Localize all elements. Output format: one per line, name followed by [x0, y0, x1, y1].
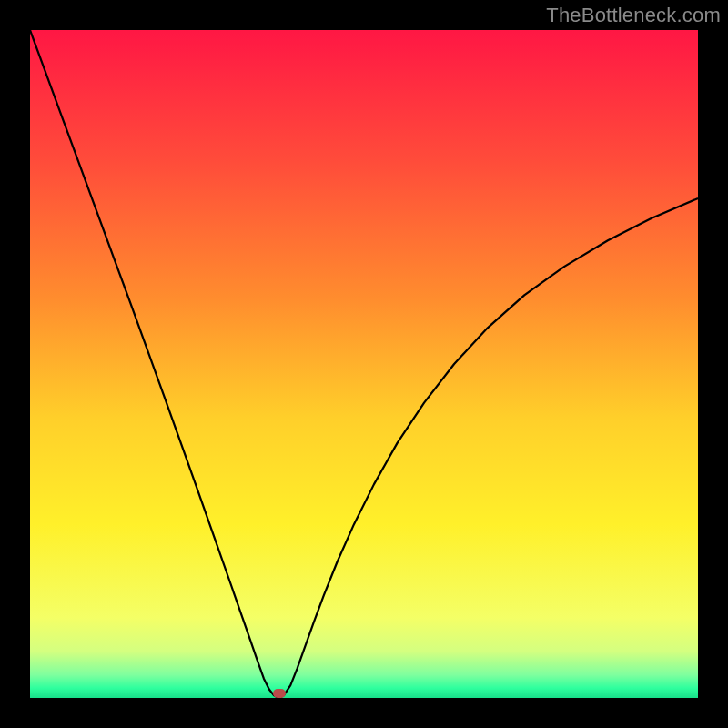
watermark-text: TheBottleneck.com	[546, 4, 721, 27]
gradient-background	[30, 30, 698, 698]
chart-frame: TheBottleneck.com	[0, 0, 728, 728]
plot-area	[30, 30, 698, 698]
optimal-point-marker	[273, 689, 286, 698]
chart-svg	[30, 30, 698, 698]
